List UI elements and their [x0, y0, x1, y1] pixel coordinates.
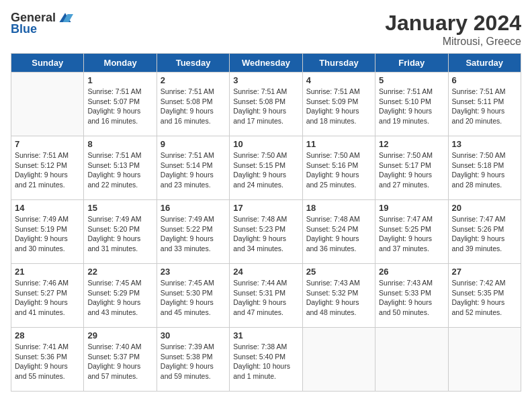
calendar-cell: [375, 328, 448, 392]
day-number: 26: [379, 267, 444, 277]
day-header-sunday: Sunday: [11, 54, 84, 73]
calendar-cell: 5Sunrise: 7:51 AM Sunset: 5:10 PM Daylig…: [375, 73, 448, 136]
cell-info: Sunrise: 7:48 AM Sunset: 5:24 PM Dayligh…: [306, 214, 371, 254]
calendar-subtitle: Mitrousi, Greece: [385, 36, 521, 48]
cell-info: Sunrise: 7:51 AM Sunset: 5:11 PM Dayligh…: [452, 87, 517, 126]
calendar-cell: 4Sunrise: 7:51 AM Sunset: 5:09 PM Daylig…: [302, 73, 375, 136]
calendar-cell: 9Sunrise: 7:51 AM Sunset: 5:14 PM Daylig…: [157, 136, 229, 200]
cell-info: Sunrise: 7:51 AM Sunset: 5:08 PM Dayligh…: [233, 87, 298, 126]
day-number: 25: [306, 267, 371, 277]
day-header-wednesday: Wednesday: [230, 54, 302, 73]
page-header: General Blue January 2024 Mitrousi, Gree…: [11, 11, 521, 48]
calendar-week-row: 1Sunrise: 7:51 AM Sunset: 5:07 PM Daylig…: [11, 73, 521, 136]
calendar-cell: 10Sunrise: 7:50 AM Sunset: 5:15 PM Dayli…: [230, 136, 302, 200]
calendar-week-row: 28Sunrise: 7:41 AM Sunset: 5:36 PM Dayli…: [11, 328, 521, 392]
calendar-cell: 27Sunrise: 7:42 AM Sunset: 5:35 PM Dayli…: [448, 264, 521, 328]
calendar-cell: 13Sunrise: 7:50 AM Sunset: 5:18 PM Dayli…: [448, 136, 521, 200]
cell-info: Sunrise: 7:50 AM Sunset: 5:15 PM Dayligh…: [233, 150, 298, 190]
day-number: 13: [452, 139, 517, 149]
cell-info: Sunrise: 7:47 AM Sunset: 5:25 PM Dayligh…: [379, 214, 444, 254]
cell-info: Sunrise: 7:48 AM Sunset: 5:23 PM Dayligh…: [233, 214, 298, 254]
title-section: January 2024 Mitrousi, Greece: [385, 11, 521, 48]
cell-info: Sunrise: 7:49 AM Sunset: 5:20 PM Dayligh…: [87, 214, 152, 254]
day-number: 29: [87, 330, 152, 340]
cell-info: Sunrise: 7:50 AM Sunset: 5:18 PM Dayligh…: [452, 150, 517, 190]
cell-info: Sunrise: 7:51 AM Sunset: 5:08 PM Dayligh…: [161, 87, 226, 126]
day-number: 10: [233, 139, 298, 149]
calendar-week-row: 7Sunrise: 7:51 AM Sunset: 5:12 PM Daylig…: [11, 136, 521, 200]
calendar-cell: [448, 328, 521, 392]
day-number: 24: [233, 267, 298, 277]
calendar-title: January 2024: [385, 11, 521, 36]
calendar-cell: 7Sunrise: 7:51 AM Sunset: 5:12 PM Daylig…: [11, 136, 84, 200]
day-number: 20: [452, 203, 517, 213]
cell-info: Sunrise: 7:39 AM Sunset: 5:38 PM Dayligh…: [161, 342, 226, 381]
cell-info: Sunrise: 7:42 AM Sunset: 5:35 PM Dayligh…: [452, 278, 517, 318]
day-number: 17: [233, 203, 298, 213]
day-number: 14: [15, 203, 80, 213]
day-number: 18: [306, 203, 371, 213]
calendar-week-row: 21Sunrise: 7:46 AM Sunset: 5:27 PM Dayli…: [11, 264, 521, 328]
calendar-cell: 20Sunrise: 7:47 AM Sunset: 5:26 PM Dayli…: [448, 200, 521, 264]
cell-info: Sunrise: 7:45 AM Sunset: 5:29 PM Dayligh…: [87, 278, 152, 318]
calendar-cell: 14Sunrise: 7:49 AM Sunset: 5:19 PM Dayli…: [11, 200, 84, 264]
calendar-cell: 24Sunrise: 7:44 AM Sunset: 5:31 PM Dayli…: [230, 264, 302, 328]
calendar-week-row: 14Sunrise: 7:49 AM Sunset: 5:19 PM Dayli…: [11, 200, 521, 264]
calendar-table: SundayMondayTuesdayWednesdayThursdayFrid…: [11, 53, 521, 392]
calendar-cell: [302, 328, 375, 392]
day-header-thursday: Thursday: [302, 54, 375, 73]
calendar-cell: 29Sunrise: 7:40 AM Sunset: 5:37 PM Dayli…: [84, 328, 157, 392]
cell-info: Sunrise: 7:50 AM Sunset: 5:17 PM Dayligh…: [379, 150, 444, 190]
day-number: 5: [379, 75, 444, 85]
cell-info: Sunrise: 7:40 AM Sunset: 5:37 PM Dayligh…: [87, 342, 152, 381]
cell-info: Sunrise: 7:51 AM Sunset: 5:07 PM Dayligh…: [87, 87, 152, 126]
day-number: 19: [379, 203, 444, 213]
logo-blue-text: Blue: [11, 22, 37, 36]
day-number: 2: [161, 75, 226, 85]
cell-info: Sunrise: 7:51 AM Sunset: 5:09 PM Dayligh…: [306, 87, 371, 126]
day-number: 4: [306, 75, 371, 85]
cell-info: Sunrise: 7:49 AM Sunset: 5:22 PM Dayligh…: [161, 214, 226, 254]
calendar-cell: [11, 73, 84, 136]
day-number: 30: [161, 330, 226, 340]
calendar-cell: 6Sunrise: 7:51 AM Sunset: 5:11 PM Daylig…: [448, 73, 521, 136]
calendar-cell: 18Sunrise: 7:48 AM Sunset: 5:24 PM Dayli…: [302, 200, 375, 264]
day-number: 23: [161, 267, 226, 277]
calendar-cell: 28Sunrise: 7:41 AM Sunset: 5:36 PM Dayli…: [11, 328, 84, 392]
day-number: 9: [161, 139, 226, 149]
day-number: 31: [233, 330, 298, 340]
calendar-cell: 16Sunrise: 7:49 AM Sunset: 5:22 PM Dayli…: [157, 200, 229, 264]
day-number: 16: [161, 203, 226, 213]
calendar-cell: 30Sunrise: 7:39 AM Sunset: 5:38 PM Dayli…: [157, 328, 229, 392]
day-number: 12: [379, 139, 444, 149]
logo-icon: [57, 11, 73, 25]
cell-info: Sunrise: 7:49 AM Sunset: 5:19 PM Dayligh…: [15, 214, 80, 254]
calendar-cell: 15Sunrise: 7:49 AM Sunset: 5:20 PM Dayli…: [84, 200, 157, 264]
cell-info: Sunrise: 7:51 AM Sunset: 5:12 PM Dayligh…: [15, 150, 80, 190]
calendar-cell: 17Sunrise: 7:48 AM Sunset: 5:23 PM Dayli…: [230, 200, 302, 264]
day-number: 8: [87, 139, 152, 149]
day-number: 22: [87, 267, 152, 277]
calendar-cell: 1Sunrise: 7:51 AM Sunset: 5:07 PM Daylig…: [84, 73, 157, 136]
calendar-cell: 21Sunrise: 7:46 AM Sunset: 5:27 PM Dayli…: [11, 264, 84, 328]
cell-info: Sunrise: 7:47 AM Sunset: 5:26 PM Dayligh…: [452, 214, 517, 254]
calendar-cell: 12Sunrise: 7:50 AM Sunset: 5:17 PM Dayli…: [375, 136, 448, 200]
day-number: 6: [452, 75, 517, 85]
calendar-cell: 11Sunrise: 7:50 AM Sunset: 5:16 PM Dayli…: [302, 136, 375, 200]
day-header-friday: Friday: [375, 54, 448, 73]
cell-info: Sunrise: 7:41 AM Sunset: 5:36 PM Dayligh…: [15, 342, 80, 381]
day-header-saturday: Saturday: [448, 54, 521, 73]
cell-info: Sunrise: 7:51 AM Sunset: 5:14 PM Dayligh…: [161, 150, 226, 190]
day-number: 21: [15, 267, 80, 277]
cell-info: Sunrise: 7:51 AM Sunset: 5:13 PM Dayligh…: [87, 150, 152, 190]
day-number: 11: [306, 139, 371, 149]
day-number: 15: [87, 203, 152, 213]
day-number: 27: [452, 267, 517, 277]
day-header-tuesday: Tuesday: [157, 54, 229, 73]
calendar-cell: 31Sunrise: 7:38 AM Sunset: 5:40 PM Dayli…: [230, 328, 302, 392]
day-number: 28: [15, 330, 80, 340]
calendar-cell: 23Sunrise: 7:45 AM Sunset: 5:30 PM Dayli…: [157, 264, 229, 328]
calendar-cell: 3Sunrise: 7:51 AM Sunset: 5:08 PM Daylig…: [230, 73, 302, 136]
day-header-monday: Monday: [84, 54, 157, 73]
logo: General Blue: [11, 11, 73, 36]
